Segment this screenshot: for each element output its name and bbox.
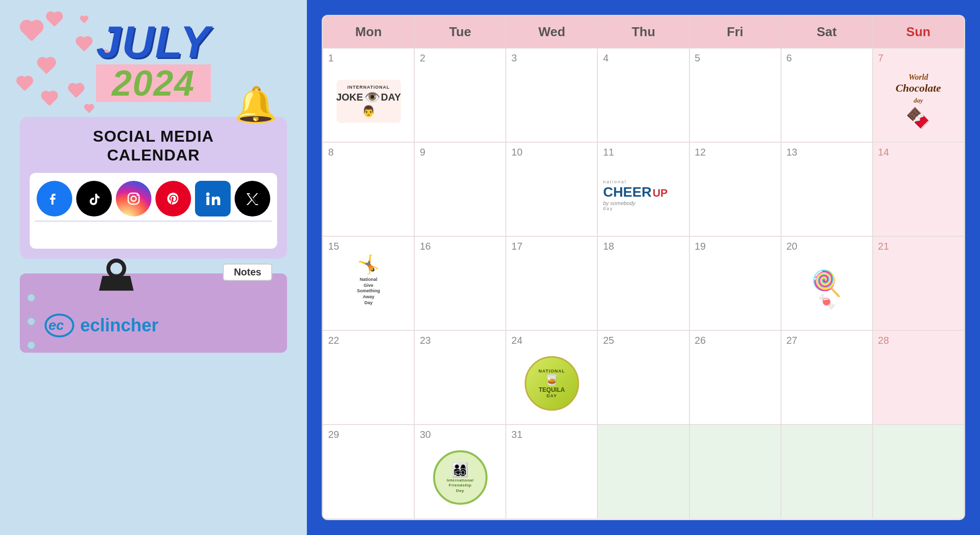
left-panel: JULY 2024 🔔 SOCIAL MEDIACALENDAR: [0, 0, 307, 535]
svg-point-4: [206, 192, 210, 196]
give-away-badge: 🤸 NationalGiveSomethingAwayDay: [357, 254, 380, 306]
svg-rect-3: [206, 197, 209, 205]
hole-2: [27, 317, 36, 326]
calendar-grid: 1 INTERNATIONAL JOKE 👁️ DAY 👨 2: [323, 48, 964, 519]
day-13[interactable]: 13: [781, 142, 873, 236]
header-mon: Mon: [323, 16, 414, 48]
decorative-hearts: [10, 10, 109, 119]
tiktok-icon[interactable]: [76, 181, 112, 216]
calendar-header: Mon Tue Wed Thu Fri Sat Sun: [323, 16, 964, 48]
day-11[interactable]: 11 national CHEER UP by somebody day: [597, 142, 689, 236]
svg-point-2: [137, 194, 138, 196]
twitter-x-icon[interactable]: [235, 181, 270, 216]
eclincher-logo-icon: ec: [45, 313, 74, 338]
svg-text:ec: ec: [49, 318, 64, 333]
day-3[interactable]: 3: [506, 48, 597, 142]
day-29[interactable]: 29: [323, 425, 414, 519]
day-25[interactable]: 25: [597, 330, 689, 425]
day-28[interactable]: 28: [873, 330, 964, 425]
day-15[interactable]: 15 🤸 NationalGiveSomethingAwayDay: [323, 236, 414, 330]
svg-point-1: [131, 196, 136, 201]
day-empty-4: [873, 425, 964, 519]
hole-1: [27, 293, 36, 302]
right-panel: Mon Tue Wed Thu Fri Sat Sun 1 INTERNATIO…: [307, 0, 980, 535]
chocolate-day-badge: WorldChocolateday 🍫: [896, 72, 941, 130]
day-30[interactable]: 30 👨‍👩‍👧‍👦 InternationalFriendshipDay: [414, 425, 506, 519]
linkedin-icon[interactable]: [195, 181, 231, 216]
header-sat: Sat: [781, 16, 873, 48]
bell-icon: 🔔: [234, 84, 277, 125]
day-24[interactable]: 24 NATIONAL 🥃 TEQUILA DAY: [506, 330, 597, 425]
social-icons-row: [35, 181, 272, 216]
social-icons-wrapper: [30, 173, 277, 249]
day-10[interactable]: 10: [506, 142, 597, 236]
day-9[interactable]: 9: [414, 142, 506, 236]
header-wed: Wed: [506, 16, 597, 48]
header-fri: Fri: [689, 16, 781, 48]
day-21[interactable]: 21: [873, 236, 964, 330]
header-sun: Sun: [873, 16, 964, 48]
eclincher-area: ec eclincher: [45, 313, 277, 338]
day-12[interactable]: 12: [689, 142, 781, 236]
notes-holes: [27, 293, 36, 350]
day-16[interactable]: 16: [414, 236, 506, 330]
day-1[interactable]: 1 INTERNATIONAL JOKE 👁️ DAY 👨: [323, 48, 414, 142]
day-2[interactable]: 2: [414, 48, 506, 142]
calendar-container: Mon Tue Wed Thu Fri Sat Sun 1 INTERNATIO…: [322, 15, 965, 520]
brand-name: eclincher: [80, 315, 158, 336]
header-tue: Tue: [414, 16, 506, 48]
tequila-day-badge: NATIONAL 🥃 TEQUILA DAY: [525, 356, 579, 411]
day-7[interactable]: 7 WorldChocolateday 🍫: [873, 48, 964, 142]
social-card-title: SOCIAL MEDIACALENDAR: [30, 127, 277, 165]
day-6[interactable]: 6: [781, 48, 873, 142]
day-27[interactable]: 27: [781, 330, 873, 425]
day-20[interactable]: 20 🍭 🍬: [781, 236, 873, 330]
day-empty-2: [689, 425, 781, 519]
day-4[interactable]: 4: [597, 48, 689, 142]
day-18[interactable]: 18: [597, 236, 689, 330]
instagram-icon[interactable]: [116, 181, 151, 216]
day-26[interactable]: 26: [689, 330, 781, 425]
year-title: 2024: [96, 64, 210, 102]
cheer-up-badge: national CHEER UP by somebody day: [603, 179, 684, 211]
social-divider: [35, 220, 272, 222]
facebook-icon[interactable]: [37, 181, 72, 216]
notes-label: Notes: [223, 264, 272, 281]
day-19[interactable]: 19: [689, 236, 781, 330]
day-14[interactable]: 14: [873, 142, 964, 236]
day-31[interactable]: 31: [506, 425, 597, 519]
notes-section: Notes ec eclincher: [20, 273, 287, 353]
title-area: JULY 2024: [96, 20, 210, 102]
day-empty-3: [781, 425, 873, 519]
month-title: JULY: [96, 20, 210, 64]
joke-day-badge: INTERNATIONAL JOKE 👁️ DAY 👨: [337, 80, 401, 123]
hole-3: [27, 341, 36, 350]
social-media-card: SOCIAL MEDIACALENDAR: [20, 117, 287, 259]
day-22[interactable]: 22: [323, 330, 414, 425]
day-23[interactable]: 23: [414, 330, 506, 425]
pinterest-icon[interactable]: [155, 181, 191, 216]
lollipop-badge: 🍭 🍬: [811, 269, 842, 310]
notes-body: ec eclincher: [20, 273, 287, 353]
binder-clip: [99, 259, 134, 293]
day-5[interactable]: 5: [689, 48, 781, 142]
day-8[interactable]: 8: [323, 142, 414, 236]
day-empty-1: [597, 425, 689, 519]
friendship-day-badge: 👨‍👩‍👧‍👦 InternationalFriendshipDay: [433, 450, 488, 505]
header-thu: Thu: [597, 16, 689, 48]
day-17[interactable]: 17: [506, 236, 597, 330]
